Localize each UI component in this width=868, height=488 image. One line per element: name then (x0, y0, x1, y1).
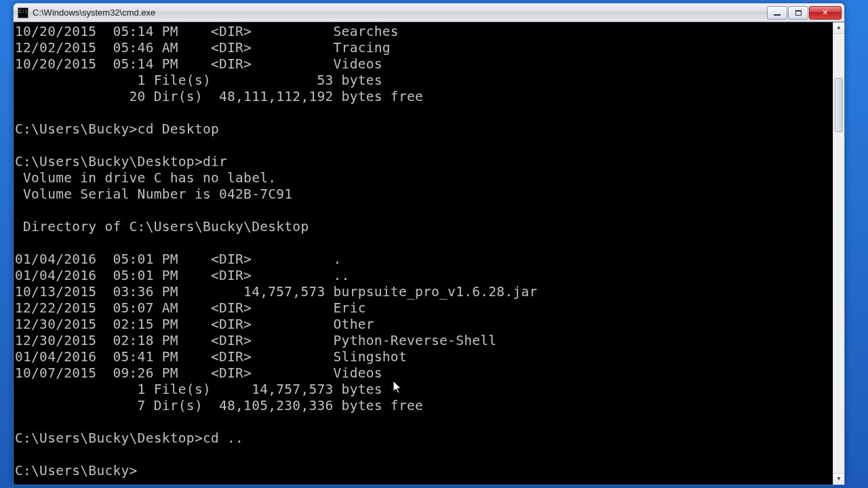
terminal-body: 10/20/2015 05:14 PM <DIR> Searches 12/02… (14, 22, 844, 485)
cmd-icon (18, 7, 28, 18)
scroll-thumb[interactable] (835, 78, 843, 132)
cmd-window: C:\Windows\system32\cmd.exe ✕ 10/20/2015… (13, 3, 845, 485)
maximize-icon (795, 10, 802, 16)
close-button[interactable]: ✕ (809, 6, 842, 20)
scroll-up-button[interactable]: ▲ (833, 22, 844, 34)
scroll-track[interactable] (833, 34, 844, 473)
terminal-output[interactable]: 10/20/2015 05:14 PM <DIR> Searches 12/02… (14, 22, 833, 485)
maximize-button[interactable] (788, 6, 808, 20)
window-controls: ✕ (766, 6, 842, 20)
window-title: C:\Windows\system32\cmd.exe (33, 7, 766, 18)
minimize-button[interactable] (767, 6, 787, 20)
scroll-down-button[interactable]: ▼ (833, 473, 844, 485)
minimize-icon (774, 14, 781, 16)
titlebar[interactable]: C:\Windows\system32\cmd.exe ✕ (14, 3, 844, 22)
close-icon: ✕ (823, 8, 828, 17)
scrollbar[interactable]: ▲ ▼ (833, 22, 844, 485)
